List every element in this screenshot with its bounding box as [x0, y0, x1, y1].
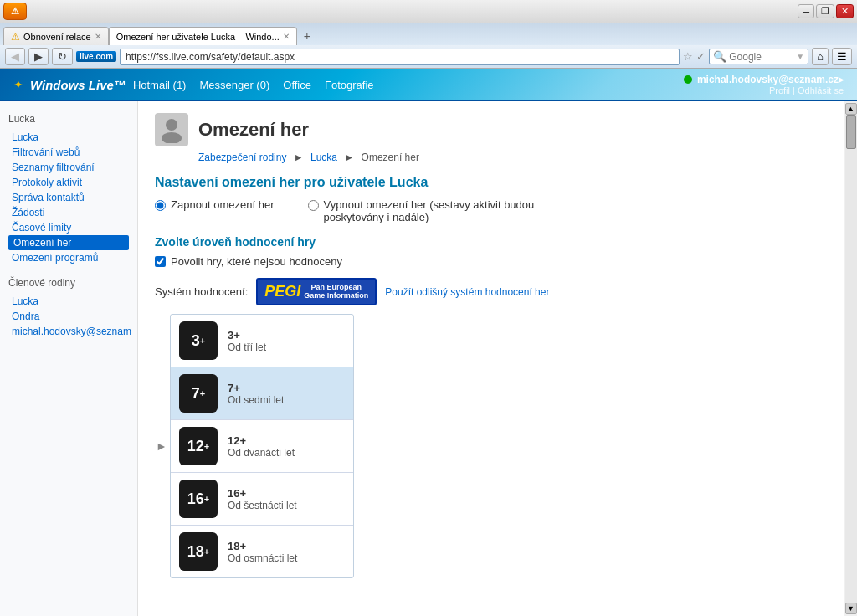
- profil-link[interactable]: Profil: [769, 85, 790, 95]
- rating-change-link[interactable]: Použít odlišný systém hodnocení her: [385, 286, 549, 298]
- sidebar-item-lucka[interactable]: Lucka: [8, 130, 129, 145]
- sidebar-item-omezeni-programu[interactable]: Omezení programů: [8, 250, 129, 265]
- search-input[interactable]: [729, 51, 796, 63]
- breadcrumb-zabezpeceni[interactable]: Zabezpečení rodiny: [198, 151, 286, 163]
- sidebar-item-omezeni-her[interactable]: Omezení her: [8, 235, 129, 250]
- forward-button[interactable]: ▶: [28, 48, 49, 65]
- rating-age-12: 12+: [228, 434, 295, 447]
- nav-office[interactable]: Office: [283, 79, 311, 91]
- sidebar-family-section: Členové rodiny: [8, 277, 129, 289]
- checkbox-nehodnoceny-label[interactable]: Povolit hry, které nejsou hodnoceny: [171, 255, 342, 268]
- restore-button[interactable]: ❐: [816, 4, 834, 18]
- star-icon[interactable]: ☆: [683, 50, 693, 63]
- breadcrumb-current: Omezení her: [362, 151, 419, 163]
- rating-badge-18: 18+: [179, 532, 218, 571]
- wl-logo-star: ✦: [13, 78, 23, 91]
- pegi-logo: PEGI Pan EuropeanGame Information: [256, 278, 377, 305]
- pegi-text: PEGI: [264, 283, 300, 300]
- sub-heading: Zvolte úroveň hodnocení hry: [155, 235, 827, 249]
- refresh-indicator-icon: ✓: [696, 50, 706, 63]
- rating-system-label: Systém hodnocení:: [155, 285, 248, 298]
- breadcrumb: Zabezpečení rodiny ► Lucka ► Omezení her: [198, 151, 827, 163]
- rating-desc-18: Od osmnácti let: [228, 552, 297, 564]
- odhlasit-link[interactable]: Odhlásit se: [798, 85, 844, 95]
- tab-close-icon[interactable]: ✕: [95, 32, 101, 41]
- rating-list: 3+ 3+ Od tří let 7+ 7+ Od sed: [170, 314, 354, 578]
- scroll-up-button[interactable]: ▲: [845, 103, 857, 115]
- sidebar-item-seznamy-filtrovani[interactable]: Seznamy filtrování: [8, 160, 129, 175]
- sidebar-item-zadosti[interactable]: Žádosti: [8, 205, 129, 220]
- radio-vypnout-label[interactable]: Vypnout omezení her (sestavy aktivit bud…: [324, 198, 558, 223]
- rating-item-3[interactable]: 3+ 3+ Od tří let: [171, 315, 353, 367]
- rating-item-16[interactable]: 16+ 16+ Od šestnácti let: [171, 473, 353, 526]
- main-heading: Nastavení omezení her pro uživatele Luck…: [155, 175, 827, 190]
- search-engine-icon: 🔍: [713, 50, 726, 63]
- selector-arrow-icon: ►: [155, 439, 168, 453]
- svg-point-1: [162, 132, 182, 143]
- main-content: Omezení her Zabezpečení rodiny ► Lucka ►…: [138, 101, 844, 616]
- rating-badge-7: 7+: [179, 374, 218, 413]
- tab-close-active-icon[interactable]: ✕: [283, 32, 290, 41]
- rating-badge-3: 3+: [179, 321, 218, 360]
- tab-omezeni-her[interactable]: Omezení her uživatele Lucka – Windo... ✕: [109, 27, 297, 45]
- rating-desc-12: Od dvanácti let: [228, 447, 295, 459]
- radio-zapnout-label[interactable]: Zapnout omezení her: [171, 198, 275, 211]
- rating-desc-3: Od tří let: [228, 341, 266, 353]
- wl-logo-text: Windows Live™: [30, 78, 126, 92]
- user-links: Profil | Odhlásit se: [769, 85, 844, 95]
- page-title: Omezení her: [198, 119, 309, 141]
- minimize-button[interactable]: ─: [798, 4, 814, 18]
- breadcrumb-lucka[interactable]: Lucka: [310, 151, 337, 163]
- bookmarks-button[interactable]: ☰: [832, 48, 852, 65]
- user-email: michal.hodovsky@seznam.cz▸: [697, 74, 844, 85]
- rating-age-16: 16+: [228, 487, 297, 500]
- rating-item-7[interactable]: 7+ 7+ Od sedmi let: [171, 367, 353, 420]
- scroll-thumb[interactable]: [846, 116, 856, 149]
- firefox-menu-button[interactable]: ⚠: [3, 3, 27, 20]
- rating-age-7: 7+: [228, 382, 284, 394]
- close-button[interactable]: ✕: [836, 4, 854, 18]
- back-button[interactable]: ◀: [5, 48, 25, 65]
- rating-age-3: 3+: [228, 329, 266, 341]
- sidebar-item-sprava-kontaktu[interactable]: Správa kontaktů: [8, 190, 129, 205]
- sidebar: Lucka Lucka Filtrování webů Seznamy filt…: [0, 101, 138, 616]
- radio-zapnout[interactable]: [155, 200, 166, 211]
- nav-hotmail[interactable]: Hotmail (1): [133, 79, 187, 91]
- tab-warn-icon: ⚠: [11, 31, 20, 43]
- refresh-button[interactable]: ↻: [52, 48, 73, 65]
- nav-fotografie[interactable]: Fotografie: [325, 79, 374, 91]
- scroll-track[interactable]: [845, 115, 857, 603]
- sidebar-member-ondra[interactable]: Ondra: [8, 309, 129, 324]
- sidebar-member-lucka[interactable]: Lucka: [8, 294, 129, 309]
- user-status-dot: [684, 75, 692, 84]
- new-tab-button[interactable]: +: [297, 27, 317, 45]
- scrollbar[interactable]: ▲ ▼: [844, 101, 857, 616]
- page-icon: [155, 113, 188, 146]
- tab-obnoveni-relace[interactable]: ⚠ Obnovení relace ✕: [3, 27, 109, 45]
- rating-badge-16: 16+: [179, 480, 218, 518]
- sidebar-item-casove-limity[interactable]: Časové limity: [8, 220, 129, 235]
- nav-messenger[interactable]: Messenger (0): [199, 79, 269, 91]
- rating-age-18: 18+: [228, 540, 297, 552]
- svg-point-0: [166, 119, 177, 131]
- rating-item-12[interactable]: 12+ 12+ Od dvanácti let: [171, 420, 353, 473]
- home-button[interactable]: ⌂: [812, 48, 829, 65]
- rating-item-18[interactable]: 18+ 18+ Od osmnácti let: [171, 526, 353, 578]
- sidebar-item-filtrovani-webu[interactable]: Filtrování webů: [8, 145, 129, 160]
- checkbox-nehodnoceny[interactable]: [155, 256, 166, 267]
- sidebar-item-protokoly-aktivit[interactable]: Protokoly aktivit: [8, 175, 129, 190]
- pegi-subtext: Pan EuropeanGame Information: [304, 284, 368, 300]
- address-bar[interactable]: [120, 49, 680, 65]
- search-dropdown-icon[interactable]: ▼: [796, 52, 804, 61]
- scroll-down-button[interactable]: ▼: [845, 603, 857, 614]
- live-badge: live.com: [76, 51, 116, 62]
- tab-label-active: Omezení her uživatele Lucka – Windo...: [116, 32, 280, 42]
- tab-label: Obnovení relace: [23, 32, 91, 42]
- sidebar-member-michal[interactable]: michal.hodovsky@seznam: [8, 324, 129, 339]
- sidebar-user-section: Lucka: [8, 113, 129, 125]
- rating-desc-7: Od sedmi let: [228, 394, 284, 406]
- radio-vypnout[interactable]: [308, 200, 319, 211]
- rating-desc-16: Od šestnácti let: [228, 500, 297, 511]
- rating-badge-12: 12+: [179, 427, 218, 465]
